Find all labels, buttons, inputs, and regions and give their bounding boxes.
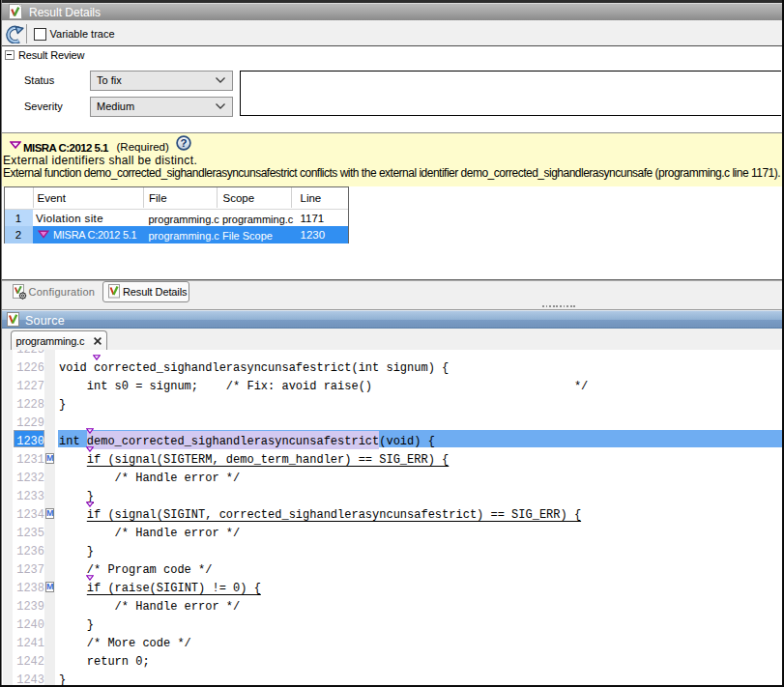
svg-text:?: ? xyxy=(180,137,187,149)
